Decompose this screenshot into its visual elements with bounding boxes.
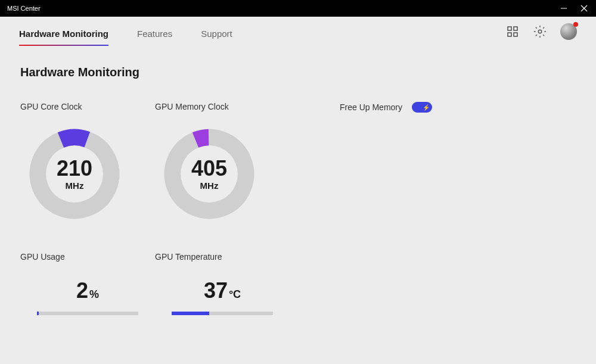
- svg-rect-4: [514, 27, 517, 30]
- svg-rect-3: [508, 27, 511, 30]
- free-memory-label: Free Up Memory: [340, 102, 402, 112]
- gpu-memory-clock-block: GPU Memory Clock 405 MHz: [155, 102, 316, 222]
- avatar[interactable]: [560, 23, 577, 40]
- free-memory-toggle[interactable]: ⚡: [412, 102, 432, 113]
- gpu-temp-label: GPU Temperature: [155, 252, 290, 262]
- window-title: MSI Center: [7, 5, 41, 12]
- header: Hardware Monitoring Features Support: [0, 17, 596, 46]
- content: Hardware Monitoring GPU Core Clock 210 M…: [0, 46, 596, 364]
- free-memory-block: Free Up Memory ⚡: [340, 102, 474, 222]
- svg-rect-6: [514, 33, 517, 36]
- gear-icon[interactable]: [533, 24, 547, 39]
- tab-features[interactable]: Features: [137, 29, 172, 46]
- gpu-temp-value: 37: [204, 278, 228, 303]
- window-controls: [559, 4, 589, 13]
- tab-hardware-monitoring[interactable]: Hardware Monitoring: [19, 29, 108, 46]
- gpu-core-clock-block: GPU Core Clock 210 MHz: [20, 102, 155, 222]
- page-title: Hardware Monitoring: [20, 66, 576, 79]
- gpu-temp-block: GPU Temperature 37°C: [155, 252, 290, 315]
- gpu-temp-bar-fill: [172, 312, 209, 315]
- gpu-core-clock-label: GPU Core Clock: [20, 102, 155, 111]
- gpu-usage-bar: [37, 312, 138, 315]
- tab-support[interactable]: Support: [201, 29, 232, 46]
- close-button[interactable]: [579, 4, 589, 13]
- gpu-usage-block: GPU Usage 2%: [20, 252, 155, 315]
- tab-bar: Hardware Monitoring Features Support: [19, 17, 232, 46]
- usage-row: GPU Usage 2% GPU Temperature 37°C: [20, 252, 576, 315]
- gauge-row: GPU Core Clock 210 MHz GPU Memory Clock: [20, 102, 576, 222]
- gpu-memory-clock-gauge: 405 MHz: [161, 126, 257, 222]
- gpu-usage-bar-fill: [37, 312, 39, 315]
- gpu-core-clock-gauge: 210 MHz: [26, 126, 123, 222]
- gpu-core-clock-value: 210: [57, 158, 92, 179]
- titlebar: MSI Center: [0, 0, 596, 17]
- gpu-memory-clock-value: 405: [191, 158, 227, 179]
- gpu-core-clock-unit: MHz: [57, 181, 92, 191]
- gpu-memory-clock-unit: MHz: [191, 181, 227, 191]
- svg-point-7: [538, 30, 542, 33]
- header-actions: [505, 23, 577, 40]
- gpu-usage-value: 2: [76, 278, 88, 303]
- svg-rect-5: [508, 33, 511, 36]
- gpu-temp-unit: °C: [229, 288, 241, 300]
- apps-icon[interactable]: [505, 24, 520, 39]
- minimize-button[interactable]: [559, 4, 569, 13]
- gpu-memory-clock-label: GPU Memory Clock: [155, 102, 316, 111]
- gpu-usage-unit: %: [89, 288, 99, 300]
- gpu-temp-bar: [172, 312, 273, 315]
- gpu-usage-label: GPU Usage: [20, 252, 155, 262]
- bolt-icon: ⚡: [423, 104, 430, 111]
